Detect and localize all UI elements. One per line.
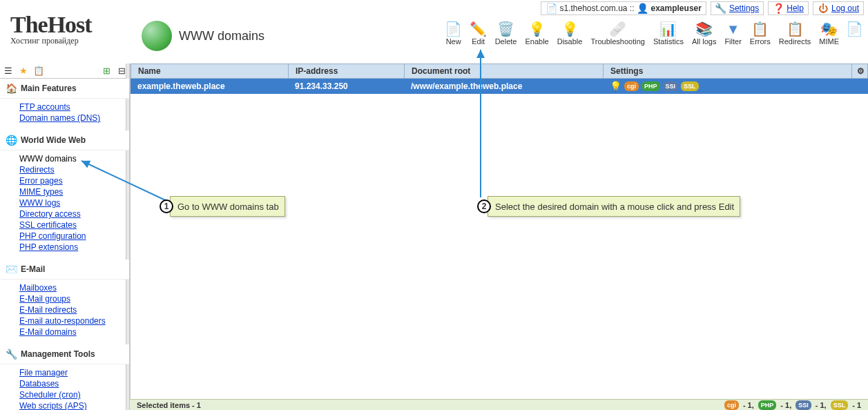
edit-icon: ✏️ — [470, 21, 487, 37]
sidebar: 🏠Main FeaturesFTP accountsDomain names (… — [0, 79, 130, 410]
sidebar-item-e-mail-domains[interactable]: E-Mail domains — [19, 326, 129, 338]
redirects-icon: 📋 — [787, 21, 803, 37]
sidebar-item-www-domains[interactable]: WWW domains — [19, 153, 129, 164]
bulb-icon: 💡 — [610, 81, 621, 92]
sidebar-mini-toolbar: ☰ ★ 📋 ⊞ ⊟ — [0, 64, 130, 79]
user-icon: 👤 — [637, 3, 648, 14]
sidebar-item-file-manager[interactable]: File manager — [19, 367, 129, 378]
edit-button[interactable]: ✏️Edit — [470, 21, 487, 46]
enable-button[interactable]: 💡Enable — [525, 21, 548, 46]
errors-icon: 📋 — [752, 21, 769, 37]
sidebar-item-php-configuration[interactable]: PHP configuration — [19, 231, 129, 242]
globe-icon — [142, 21, 172, 51]
status-bar: Selected items - 1 cgi - 1, PHP - 1, SSI… — [130, 399, 868, 410]
php-badge: PHP — [642, 81, 660, 91]
sidebar-item-e-mail-groups[interactable]: E-Mail groups — [19, 293, 129, 304]
brand-logo: TheHost Хостинг провайдер — [10, 14, 92, 46]
sidebar-item-php-extensions[interactable]: PHP extensions — [19, 242, 129, 253]
sidebar-item-error-pages[interactable]: Error pages — [19, 175, 129, 186]
settings-link-box[interactable]: 🔧 Settings — [711, 1, 764, 15]
sidebar-item-directory-access[interactable]: Directory access — [19, 208, 129, 219]
new-button[interactable]: 📄New — [445, 21, 462, 46]
sidebar-item-e-mail-auto-responders[interactable]: E-mail auto-responders — [19, 315, 129, 326]
annotation-callout-2: 2 Select the desired domain with a mouse… — [488, 196, 740, 217]
row-settings: 💡 cgi PHP SSI SSL — [603, 81, 868, 92]
col-name[interactable]: Name — [131, 64, 289, 78]
logs-icon: 📚 — [696, 21, 713, 37]
sidebar-item-www-logs[interactable]: WWW logs — [19, 197, 129, 208]
sidebar-item-redirects[interactable]: Redirects — [19, 164, 129, 175]
col-ip[interactable]: IP-address — [289, 64, 405, 78]
favorite-icon[interactable]: ★ — [18, 66, 29, 77]
more-icon: 📄 — [846, 21, 862, 37]
sidebar-item-databases[interactable]: Databases — [19, 378, 129, 389]
annotation-number-1: 1 — [160, 199, 173, 213]
sidebar-group-e-mail[interactable]: ✉️E-Mail — [0, 260, 129, 280]
sidebar-item-e-mail-redirects[interactable]: E-Mail redirects — [19, 304, 129, 315]
row-name: example.theweb.place — [131, 81, 288, 91]
row-doc: /www/example.theweb.place — [404, 81, 603, 91]
new-icon: 📄 — [445, 21, 462, 37]
sidebar-group-world-wide-web[interactable]: 🌐World Wide Web — [0, 130, 129, 150]
mime-icon: 🎭 — [821, 21, 838, 37]
col-settings[interactable]: Settings — [604, 64, 852, 78]
status-cgi-badge: cgi — [724, 400, 739, 410]
sidebar-item-web-scripts-aps-[interactable]: Web scripts (APS) — [19, 400, 129, 410]
more-button[interactable]: 📄 — [847, 21, 861, 46]
sidebar-item-ftp-accounts[interactable]: FTP accounts — [19, 101, 129, 113]
disable-button[interactable]: 💡Disable — [557, 21, 583, 46]
help-link-box[interactable]: ❓ Help — [768, 1, 809, 15]
all-logs-button[interactable]: 📚All logs — [692, 21, 716, 46]
filter-button[interactable]: ▼Filter — [724, 21, 741, 46]
annotation-number-2: 2 — [477, 199, 491, 213]
sidebar-group-main-features[interactable]: 🏠Main Features — [0, 79, 129, 99]
annotation-callout-1: 1 Go to WWW domains tab — [170, 196, 285, 217]
sidebar-item-mime-types[interactable]: MIME types — [19, 186, 129, 197]
enable-icon: 💡 — [529, 21, 546, 37]
settings-icon: 🔧 — [715, 3, 726, 14]
server-icon: 📄 — [546, 3, 557, 14]
expand-icon[interactable]: ⊞ — [101, 66, 112, 77]
errors-button[interactable]: 📋Errors — [750, 21, 771, 46]
page-title: WWW domains — [179, 29, 264, 43]
col-config[interactable]: ⚙ — [852, 64, 867, 78]
sidebar-item-domain-names-dns-[interactable]: Domain names (DNS) — [19, 113, 129, 124]
statistics-button[interactable]: 📊Statistics — [653, 21, 684, 46]
mime-button[interactable]: 🎭MIME — [819, 21, 839, 46]
selected-count: Selected items - 1 — [137, 401, 724, 409]
list-icon[interactable]: ☰ — [3, 66, 14, 77]
main-toolbar: 📄New ✏️Edit 🗑️Delete 💡Enable 💡Disable 🩹T… — [445, 21, 861, 46]
troubleshooting-icon: 🩹 — [610, 21, 626, 37]
sidebar-group-management-tools[interactable]: 🔧Management Tools — [0, 344, 129, 364]
page-header: WWW domains — [142, 21, 264, 51]
sidebar-item-scheduler-cron-[interactable]: Scheduler (cron) — [19, 389, 129, 400]
sidebar-item-ssl-certificates[interactable]: SSL certificates — [19, 219, 129, 231]
table-row[interactable]: example.theweb.place 91.234.33.250 /www/… — [131, 79, 868, 94]
redirects-button[interactable]: 📋Redirects — [779, 21, 811, 46]
delete-icon: 🗑️ — [498, 21, 514, 37]
brand-tagline: Хостинг провайдер — [10, 36, 92, 46]
help-icon: ❓ — [773, 3, 784, 14]
delete-button[interactable]: 🗑️Delete — [495, 21, 517, 46]
status-badges: cgi - 1, PHP - 1, SSI - 1, SSL - 1 — [724, 400, 861, 410]
mail-icon: ✉️ — [6, 264, 17, 275]
troubleshooting-button[interactable]: 🩹Troubleshooting — [590, 21, 644, 46]
ssi-badge: SSI — [663, 81, 679, 91]
home-icon: 🏠 — [6, 83, 17, 94]
settings-link[interactable]: Settings — [729, 3, 759, 13]
col-doc[interactable]: Document root — [405, 64, 604, 78]
table-header: Name IP-address Document root Settings ⚙ — [131, 64, 868, 79]
annotation-text-2: Select the desired domain with a mouse c… — [495, 202, 734, 212]
gear-icon: ⚙ — [857, 66, 865, 76]
logout-link[interactable]: Log out — [831, 3, 859, 13]
status-ssl-badge: SSL — [831, 400, 849, 410]
server-host: s1.thehost.com.ua :: — [559, 3, 634, 13]
brand-name: TheHost — [10, 14, 92, 36]
globe-icon: 🌐 — [6, 135, 17, 146]
statistics-icon: 📊 — [660, 21, 677, 37]
disable-icon: 💡 — [561, 21, 578, 37]
sidebar-item-mailboxes[interactable]: Mailboxes — [19, 282, 129, 293]
clipboard-icon[interactable]: 📋 — [33, 66, 44, 77]
help-link[interactable]: Help — [787, 3, 804, 13]
logout-link-box[interactable]: ⏻ Log out — [813, 1, 864, 15]
